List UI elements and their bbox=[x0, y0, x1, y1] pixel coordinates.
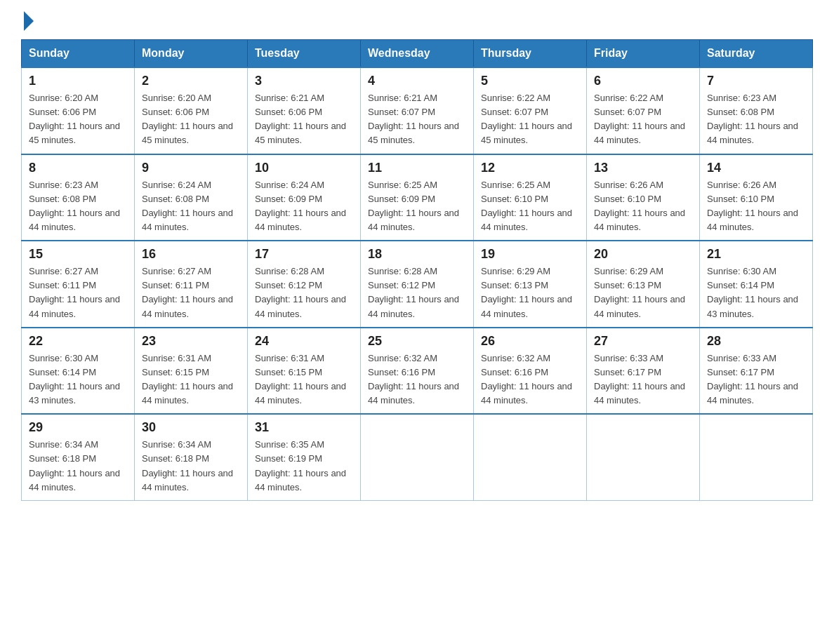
day-number: 9 bbox=[142, 161, 240, 175]
week-row-4: 22 Sunrise: 6:30 AM Sunset: 6:14 PM Dayl… bbox=[22, 328, 813, 415]
weekday-header-sunday: Sunday bbox=[22, 40, 135, 68]
page-header bbox=[21, 14, 813, 28]
sun-info: Sunrise: 6:34 AM Sunset: 6:18 PM Dayligh… bbox=[142, 438, 240, 495]
day-number: 28 bbox=[707, 334, 805, 349]
calendar-cell: 19 Sunrise: 6:29 AM Sunset: 6:13 PM Dayl… bbox=[474, 241, 587, 328]
sun-info: Sunrise: 6:30 AM Sunset: 6:14 PM Dayligh… bbox=[707, 264, 805, 321]
calendar-cell: 3 Sunrise: 6:21 AM Sunset: 6:06 PM Dayli… bbox=[248, 67, 361, 154]
weekday-header-friday: Friday bbox=[587, 40, 700, 68]
sun-info: Sunrise: 6:31 AM Sunset: 6:15 PM Dayligh… bbox=[255, 351, 353, 408]
calendar-cell: 1 Sunrise: 6:20 AM Sunset: 6:06 PM Dayli… bbox=[22, 67, 135, 154]
logo-arrow-icon bbox=[24, 11, 34, 31]
day-number: 24 bbox=[255, 334, 353, 349]
day-number: 8 bbox=[29, 161, 127, 175]
sun-info: Sunrise: 6:26 AM Sunset: 6:10 PM Dayligh… bbox=[594, 178, 692, 235]
day-number: 14 bbox=[707, 161, 805, 175]
calendar-cell: 22 Sunrise: 6:30 AM Sunset: 6:14 PM Dayl… bbox=[22, 328, 135, 415]
day-number: 30 bbox=[142, 420, 240, 435]
day-number: 2 bbox=[142, 74, 240, 88]
calendar-cell: 10 Sunrise: 6:24 AM Sunset: 6:09 PM Dayl… bbox=[248, 154, 361, 241]
calendar-cell: 26 Sunrise: 6:32 AM Sunset: 6:16 PM Dayl… bbox=[474, 328, 587, 415]
day-number: 23 bbox=[142, 334, 240, 349]
day-number: 11 bbox=[368, 161, 466, 175]
calendar-cell bbox=[474, 414, 587, 500]
sun-info: Sunrise: 6:27 AM Sunset: 6:11 PM Dayligh… bbox=[142, 264, 240, 321]
day-number: 31 bbox=[255, 420, 353, 435]
week-row-2: 8 Sunrise: 6:23 AM Sunset: 6:08 PM Dayli… bbox=[22, 154, 813, 241]
calendar-cell: 6 Sunrise: 6:22 AM Sunset: 6:07 PM Dayli… bbox=[587, 67, 700, 154]
calendar-cell bbox=[587, 414, 700, 500]
sun-info: Sunrise: 6:31 AM Sunset: 6:15 PM Dayligh… bbox=[142, 351, 240, 408]
calendar-cell: 27 Sunrise: 6:33 AM Sunset: 6:17 PM Dayl… bbox=[587, 328, 700, 415]
day-number: 27 bbox=[594, 334, 692, 349]
sun-info: Sunrise: 6:20 AM Sunset: 6:06 PM Dayligh… bbox=[142, 91, 240, 148]
calendar-cell: 2 Sunrise: 6:20 AM Sunset: 6:06 PM Dayli… bbox=[135, 67, 248, 154]
sun-info: Sunrise: 6:23 AM Sunset: 6:08 PM Dayligh… bbox=[707, 91, 805, 148]
calendar-cell bbox=[700, 414, 813, 500]
calendar-cell: 8 Sunrise: 6:23 AM Sunset: 6:08 PM Dayli… bbox=[22, 154, 135, 241]
calendar-cell: 24 Sunrise: 6:31 AM Sunset: 6:15 PM Dayl… bbox=[248, 328, 361, 415]
weekday-header-tuesday: Tuesday bbox=[248, 40, 361, 68]
sun-info: Sunrise: 6:21 AM Sunset: 6:06 PM Dayligh… bbox=[255, 91, 353, 148]
day-number: 10 bbox=[255, 161, 353, 175]
weekday-header-thursday: Thursday bbox=[474, 40, 587, 68]
day-number: 12 bbox=[481, 161, 579, 175]
sun-info: Sunrise: 6:26 AM Sunset: 6:10 PM Dayligh… bbox=[707, 178, 805, 235]
sun-info: Sunrise: 6:29 AM Sunset: 6:13 PM Dayligh… bbox=[594, 264, 692, 321]
sun-info: Sunrise: 6:33 AM Sunset: 6:17 PM Dayligh… bbox=[594, 351, 692, 408]
sun-info: Sunrise: 6:25 AM Sunset: 6:09 PM Dayligh… bbox=[368, 178, 466, 235]
day-number: 22 bbox=[29, 334, 127, 349]
logo bbox=[21, 14, 34, 28]
sun-info: Sunrise: 6:32 AM Sunset: 6:16 PM Dayligh… bbox=[368, 351, 466, 408]
calendar-cell: 4 Sunrise: 6:21 AM Sunset: 6:07 PM Dayli… bbox=[361, 67, 474, 154]
weekday-header-row: SundayMondayTuesdayWednesdayThursdayFrid… bbox=[22, 40, 813, 68]
day-number: 26 bbox=[481, 334, 579, 349]
calendar-cell: 11 Sunrise: 6:25 AM Sunset: 6:09 PM Dayl… bbox=[361, 154, 474, 241]
day-number: 6 bbox=[594, 74, 692, 88]
week-row-1: 1 Sunrise: 6:20 AM Sunset: 6:06 PM Dayli… bbox=[22, 67, 813, 154]
sun-info: Sunrise: 6:25 AM Sunset: 6:10 PM Dayligh… bbox=[481, 178, 579, 235]
sun-info: Sunrise: 6:21 AM Sunset: 6:07 PM Dayligh… bbox=[368, 91, 466, 148]
calendar-cell: 15 Sunrise: 6:27 AM Sunset: 6:11 PM Dayl… bbox=[22, 241, 135, 328]
day-number: 21 bbox=[707, 247, 805, 262]
sun-info: Sunrise: 6:35 AM Sunset: 6:19 PM Dayligh… bbox=[255, 438, 353, 495]
calendar-cell: 16 Sunrise: 6:27 AM Sunset: 6:11 PM Dayl… bbox=[135, 241, 248, 328]
day-number: 15 bbox=[29, 247, 127, 262]
sun-info: Sunrise: 6:27 AM Sunset: 6:11 PM Dayligh… bbox=[29, 264, 127, 321]
calendar-cell: 5 Sunrise: 6:22 AM Sunset: 6:07 PM Dayli… bbox=[474, 67, 587, 154]
calendar-cell: 17 Sunrise: 6:28 AM Sunset: 6:12 PM Dayl… bbox=[248, 241, 361, 328]
calendar-cell: 29 Sunrise: 6:34 AM Sunset: 6:18 PM Dayl… bbox=[22, 414, 135, 500]
calendar-cell: 21 Sunrise: 6:30 AM Sunset: 6:14 PM Dayl… bbox=[700, 241, 813, 328]
calendar-cell: 30 Sunrise: 6:34 AM Sunset: 6:18 PM Dayl… bbox=[135, 414, 248, 500]
calendar-cell: 9 Sunrise: 6:24 AM Sunset: 6:08 PM Dayli… bbox=[135, 154, 248, 241]
sun-info: Sunrise: 6:24 AM Sunset: 6:09 PM Dayligh… bbox=[255, 178, 353, 235]
sun-info: Sunrise: 6:22 AM Sunset: 6:07 PM Dayligh… bbox=[594, 91, 692, 148]
sun-info: Sunrise: 6:32 AM Sunset: 6:16 PM Dayligh… bbox=[481, 351, 579, 408]
day-number: 25 bbox=[368, 334, 466, 349]
day-number: 16 bbox=[142, 247, 240, 262]
weekday-header-monday: Monday bbox=[135, 40, 248, 68]
sun-info: Sunrise: 6:22 AM Sunset: 6:07 PM Dayligh… bbox=[481, 91, 579, 148]
day-number: 5 bbox=[481, 74, 579, 88]
day-number: 3 bbox=[255, 74, 353, 88]
calendar-cell: 12 Sunrise: 6:25 AM Sunset: 6:10 PM Dayl… bbox=[474, 154, 587, 241]
sun-info: Sunrise: 6:20 AM Sunset: 6:06 PM Dayligh… bbox=[29, 91, 127, 148]
calendar-cell: 18 Sunrise: 6:28 AM Sunset: 6:12 PM Dayl… bbox=[361, 241, 474, 328]
calendar-cell: 31 Sunrise: 6:35 AM Sunset: 6:19 PM Dayl… bbox=[248, 414, 361, 500]
sun-info: Sunrise: 6:29 AM Sunset: 6:13 PM Dayligh… bbox=[481, 264, 579, 321]
calendar-cell: 13 Sunrise: 6:26 AM Sunset: 6:10 PM Dayl… bbox=[587, 154, 700, 241]
week-row-5: 29 Sunrise: 6:34 AM Sunset: 6:18 PM Dayl… bbox=[22, 414, 813, 500]
day-number: 1 bbox=[29, 74, 127, 88]
sun-info: Sunrise: 6:28 AM Sunset: 6:12 PM Dayligh… bbox=[368, 264, 466, 321]
calendar-cell: 7 Sunrise: 6:23 AM Sunset: 6:08 PM Dayli… bbox=[700, 67, 813, 154]
sun-info: Sunrise: 6:30 AM Sunset: 6:14 PM Dayligh… bbox=[29, 351, 127, 408]
sun-info: Sunrise: 6:33 AM Sunset: 6:17 PM Dayligh… bbox=[707, 351, 805, 408]
day-number: 18 bbox=[368, 247, 466, 262]
calendar-cell: 25 Sunrise: 6:32 AM Sunset: 6:16 PM Dayl… bbox=[361, 328, 474, 415]
calendar-cell: 23 Sunrise: 6:31 AM Sunset: 6:15 PM Dayl… bbox=[135, 328, 248, 415]
calendar-cell bbox=[361, 414, 474, 500]
week-row-3: 15 Sunrise: 6:27 AM Sunset: 6:11 PM Dayl… bbox=[22, 241, 813, 328]
weekday-header-wednesday: Wednesday bbox=[361, 40, 474, 68]
day-number: 7 bbox=[707, 74, 805, 88]
sun-info: Sunrise: 6:23 AM Sunset: 6:08 PM Dayligh… bbox=[29, 178, 127, 235]
